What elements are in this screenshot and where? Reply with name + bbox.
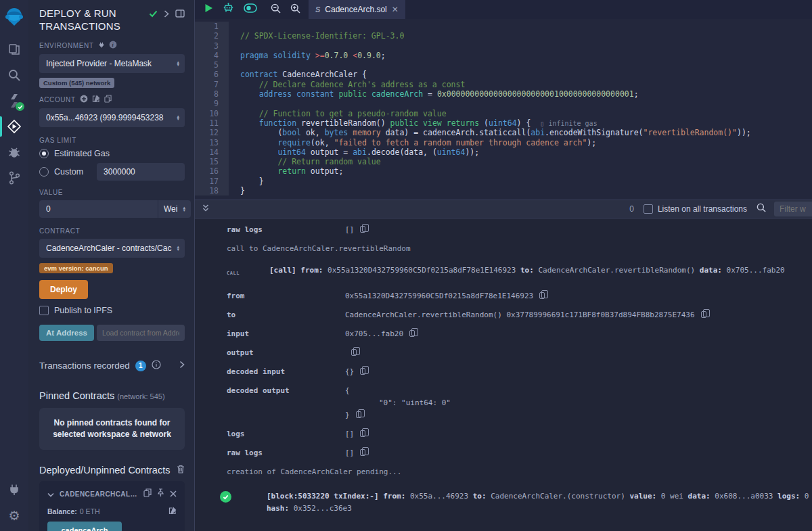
value-unit-select[interactable]: Wei ▴▾	[158, 200, 191, 218]
contract-fn-button[interactable]: cadenceArch	[47, 522, 122, 531]
copy-icon[interactable]	[360, 226, 365, 233]
zoom-out-icon[interactable]	[271, 3, 281, 16]
publish-ipfs-checkbox[interactable]	[39, 306, 49, 315]
listen-all-option[interactable]: Listen on all transactions	[644, 204, 747, 214]
terminal-row[interactable]: decoded output{"0": "uint64: 0"}	[227, 385, 812, 421]
deploy-button[interactable]: Deploy	[39, 280, 88, 299]
code-line[interactable]: 17 }	[195, 177, 812, 186]
code-line[interactable]: 15 // Return random value	[195, 157, 812, 166]
contract-label: CONTRACT	[39, 227, 80, 235]
code-line[interactable]: 10 // Function to get a pseudo-random va…	[195, 109, 812, 118]
code-line[interactable]: 13 require(ok, "failed to fetch a random…	[195, 138, 812, 147]
tab-cadencearch-sol[interactable]: S CadenceArch.sol ✕	[309, 0, 405, 19]
terminal-body[interactable]: raw logs[]call to CadenceArchCaler.rever…	[195, 218, 812, 531]
copy-icon[interactable]	[143, 488, 152, 500]
plug-icon[interactable]	[98, 41, 105, 50]
edit-balance-icon[interactable]	[168, 507, 177, 516]
copy-icon[interactable]	[360, 368, 365, 375]
at-address-button[interactable]: At Address	[39, 325, 94, 341]
code-line[interactable]: 4pragma solidity >=0.7.0 <0.9.0;	[195, 51, 812, 60]
edit-account-icon[interactable]	[92, 95, 100, 104]
terminal-row[interactable]: output	[227, 347, 812, 359]
copy-icon[interactable]	[356, 411, 361, 418]
run-script-icon[interactable]	[204, 3, 213, 16]
copy-icon[interactable]	[360, 430, 365, 437]
tab-close-icon[interactable]: ✕	[392, 5, 399, 14]
publish-ipfs-option[interactable]: Publish to IPFS	[39, 306, 185, 315]
trash-icon[interactable]	[177, 465, 185, 476]
estimated-gas-radio[interactable]	[39, 149, 49, 158]
terminal-row[interactable]: from0x55a1320D432759960C5Df0215a8dF78e1E…	[227, 290, 812, 302]
code-line[interactable]: 9	[195, 99, 812, 108]
code-line[interactable]: 6contract CadenceArchCaler {	[195, 70, 812, 79]
remix-logo-icon[interactable]	[0, 3, 28, 30]
copy-icon[interactable]	[539, 292, 545, 299]
terminal-row[interactable]: input0x705...fab20	[227, 328, 812, 340]
copy-icon[interactable]	[409, 330, 415, 337]
code-line[interactable]: 7 // Declare Cadence Arch's address as a…	[195, 80, 812, 89]
code-line[interactable]: 11 function revertibleRandom() public vi…	[195, 118, 812, 128]
deploy-run-icon[interactable]	[0, 114, 28, 139]
code-line[interactable]: 1	[195, 22, 812, 31]
panel-forward-icon[interactable]	[164, 8, 169, 20]
terminal-row[interactable]: [block:5033220 txIndex:-] from: 0x55a...…	[220, 490, 812, 515]
expand-transactions-icon[interactable]	[179, 361, 185, 371]
contract-select[interactable]: CadenceArchCaler - contracts/Cac ▴▾	[39, 239, 185, 258]
code-line[interactable]: 2// SPDX-License-Identifier: GPL-3.0	[195, 31, 812, 41]
contract-value: CadenceArchCaler - contracts/Cac	[46, 244, 174, 253]
expand-terminal-icon[interactable]	[202, 203, 210, 215]
terminal-row[interactable]: decoded input{}	[227, 366, 812, 378]
code-line[interactable]: 14 uint64 output = abi.decode(data, (uin…	[195, 147, 812, 157]
terminal-row[interactable]: raw logs[]	[227, 447, 812, 459]
debugger-icon[interactable]	[0, 139, 28, 165]
search-icon[interactable]	[0, 62, 28, 88]
code-line[interactable]: 5	[195, 60, 812, 70]
info-circle-icon[interactable]	[152, 360, 161, 371]
pin-icon[interactable]	[157, 488, 164, 500]
copy-icon[interactable]	[351, 349, 357, 356]
code-line[interactable]: 8 address constant public cadenceArch = …	[195, 89, 812, 99]
environment-select[interactable]: Injected Provider - MetaMask ▴▾	[39, 54, 185, 73]
copy-account-icon[interactable]	[104, 95, 112, 104]
terminal-row[interactable]: CALL[call] from: 0x55a1320D432759960C5Df…	[227, 264, 812, 279]
code-line[interactable]: 3	[195, 41, 812, 51]
close-icon[interactable]	[170, 488, 177, 500]
code-line[interactable]: 18}	[195, 186, 812, 195]
value-input[interactable]	[39, 200, 158, 218]
line-number: 11	[195, 118, 229, 128]
custom-gas-option[interactable]: Custom	[39, 163, 185, 181]
terminal-row[interactable]: raw logs[]	[227, 224, 812, 236]
copy-icon[interactable]	[701, 311, 706, 318]
code-line[interactable]: 16 return output;	[195, 166, 812, 176]
account-select[interactable]: 0x55a...46923 (999.9999453238 ▴▾	[39, 108, 185, 127]
collapse-chevron-icon[interactable]	[47, 488, 54, 500]
terminal-row[interactable]: call to CadenceArchCaler.revertibleRando…	[227, 243, 812, 255]
zoom-in-icon[interactable]	[290, 3, 300, 16]
terminal-row[interactable]: logs[]	[227, 428, 812, 440]
git-icon[interactable]	[0, 165, 28, 191]
code-line[interactable]: 12 (bool ok, bytes memory data) = cadenc…	[195, 128, 812, 137]
code-editor[interactable]: 12// SPDX-License-Identifier: GPL-3.034p…	[195, 19, 812, 200]
solidity-compiler-icon[interactable]	[0, 88, 28, 114]
ai-assistant-icon[interactable]	[223, 3, 234, 16]
info-icon[interactable]: i	[109, 41, 117, 50]
panel-layout-icon[interactable]	[175, 8, 185, 20]
terminal-row[interactable]: toCadenceArchCaler.revertibleRandom() 0x…	[227, 309, 812, 321]
plugin-manager-icon[interactable]	[0, 477, 28, 503]
file-explorer-icon[interactable]	[0, 37, 28, 62]
transactions-recorded-row[interactable]: Transactions recorded 1	[39, 350, 185, 381]
code-text: // Return random value	[229, 157, 381, 166]
terminal-search-icon[interactable]	[757, 203, 766, 215]
custom-gas-radio[interactable]	[39, 167, 49, 177]
listen-all-checkbox[interactable]	[644, 204, 653, 214]
terminal-filter-input[interactable]	[774, 202, 812, 216]
estimated-gas-option[interactable]: Estimated Gas	[39, 149, 185, 158]
custom-gas-input[interactable]	[97, 163, 185, 181]
toggle-icon[interactable]	[244, 3, 257, 16]
at-address-input[interactable]	[97, 325, 185, 341]
settings-gear-icon[interactable]: ⚙	[0, 503, 28, 528]
terminal-row[interactable]: creation of CadenceArchCaler pending...	[227, 466, 812, 478]
add-account-icon[interactable]	[80, 95, 88, 104]
copy-icon[interactable]	[360, 449, 365, 456]
solidity-file-icon: S	[315, 5, 320, 14]
